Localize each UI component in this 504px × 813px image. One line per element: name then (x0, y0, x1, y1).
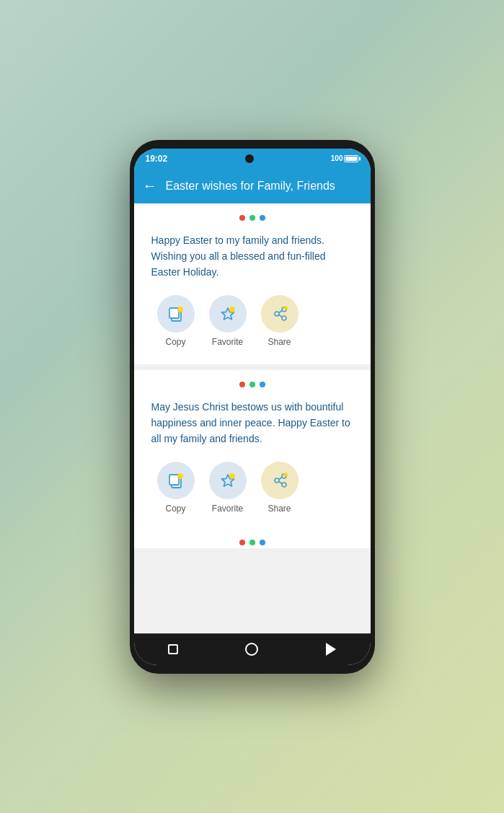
favorite-button-2[interactable]: Favorite (209, 462, 247, 514)
dot-blue-bottom (260, 540, 265, 545)
share-icon-1 (270, 304, 290, 324)
svg-point-19 (282, 483, 286, 487)
copy-label-2: Copy (165, 504, 185, 514)
wish-text-1: Happy Easter to my family and friends. W… (146, 232, 359, 281)
home-button[interactable] (241, 638, 262, 660)
home-icon (245, 643, 258, 656)
content-area: Happy Easter to my family and friends. W… (134, 203, 371, 633)
nav-bar (134, 633, 371, 665)
dot-red-1 (239, 215, 245, 221)
svg-line-21 (279, 481, 282, 483)
battery-fill (345, 157, 357, 161)
share-button-1[interactable]: Share (261, 295, 299, 347)
copy-icon-circle-2 (157, 462, 195, 499)
dots-row-1 (146, 215, 359, 221)
svg-point-22 (283, 473, 288, 477)
svg-line-10 (279, 315, 282, 317)
share-label-1: Share (268, 337, 291, 347)
favorite-button-1[interactable]: Favorite (209, 295, 247, 347)
toolbar: ← Easter wishes for Family, Friends (134, 169, 371, 203)
phone-screen: 19:02 100 ← Easter wishes for Family, Fr… (134, 149, 371, 665)
svg-point-11 (283, 306, 288, 310)
page-title: Easter wishes for Family, Friends (166, 180, 335, 193)
dots-bottom (134, 531, 371, 548)
fav-icon-circle-2 (209, 462, 247, 499)
svg-point-16 (229, 473, 235, 479)
svg-line-9 (279, 310, 282, 312)
divider-1 (134, 364, 371, 370)
wish-card-2: May Jesus Christ bestows us with bountif… (134, 370, 371, 531)
recent-apps-icon (168, 644, 178, 654)
svg-point-6 (275, 312, 279, 316)
action-row-1: ! Copy Favorite (146, 295, 359, 353)
back-button[interactable]: ← (143, 177, 157, 194)
camera-notch (245, 154, 254, 163)
copy-icon-1: ! (166, 304, 186, 324)
copy-button-1[interactable]: ! Copy (157, 295, 195, 347)
share-icon-circle-1 (261, 295, 299, 333)
copy-label-1: Copy (165, 337, 185, 347)
wish-card-1: Happy Easter to my family and friends. W… (134, 203, 371, 364)
action-row-2: Copy Favorite (146, 462, 359, 519)
back-nav-button[interactable] (320, 638, 342, 660)
back-nav-icon (326, 643, 336, 656)
dot-red-2 (239, 382, 245, 387)
phone-frame: 19:02 100 ← Easter wishes for Family, Fr… (130, 140, 375, 674)
battery-indicator: 100 (331, 154, 359, 162)
share-button-2[interactable]: Share (261, 462, 299, 514)
dot-green-2 (249, 382, 255, 387)
share-label-2: Share (268, 504, 291, 514)
share-icon-2 (270, 470, 290, 491)
dot-blue-2 (260, 382, 265, 387)
copy-button-2[interactable]: Copy (157, 462, 195, 514)
svg-point-17 (275, 478, 279, 483)
fav-label-1: Favorite (212, 337, 243, 347)
fav-icon-1 (218, 304, 238, 324)
copy-icon-2 (166, 470, 186, 491)
dots-row-2 (146, 382, 359, 387)
dot-green-bottom (249, 540, 255, 545)
fav-icon-circle-1 (209, 295, 247, 333)
dot-blue-1 (260, 215, 265, 221)
status-bar: 19:02 100 (134, 149, 371, 169)
status-time: 19:02 (146, 154, 168, 164)
dot-red-bottom (239, 540, 245, 545)
share-icon-circle-2 (261, 462, 299, 499)
svg-point-14 (177, 473, 183, 479)
svg-point-8 (282, 316, 286, 320)
fav-label-2: Favorite (212, 504, 243, 514)
dot-green-1 (249, 215, 255, 221)
wish-text-2: May Jesus Christ bestows us with bountif… (146, 399, 359, 447)
fav-icon-2 (218, 470, 238, 491)
battery-icon (344, 155, 358, 162)
svg-line-20 (279, 477, 282, 479)
recent-apps-button[interactable] (162, 638, 184, 660)
svg-point-5 (229, 307, 235, 312)
copy-icon-circle-1: ! (157, 295, 195, 333)
